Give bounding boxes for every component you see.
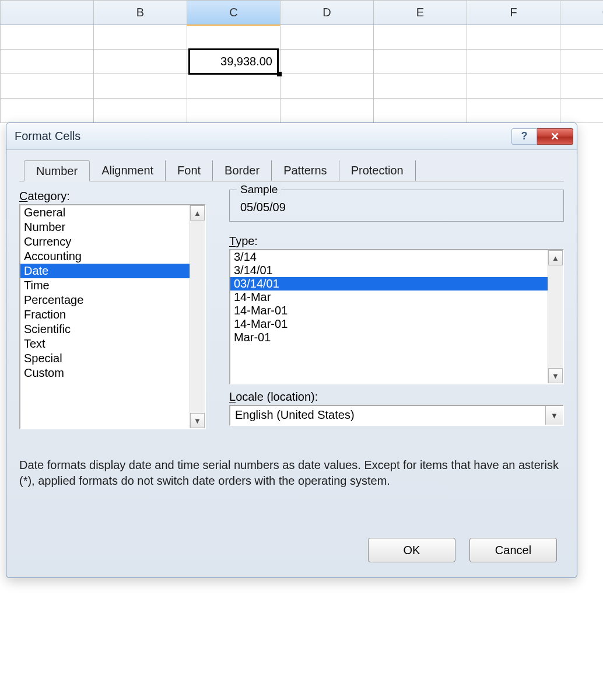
cell[interactable] <box>187 74 281 99</box>
category-item-accounting[interactable]: Accounting <box>20 249 190 264</box>
cell[interactable] <box>1 25 94 50</box>
category-item-custom[interactable]: Custom <box>20 366 190 380</box>
type-item[interactable]: Mar-01 <box>230 331 548 344</box>
locale-label: Locale (location): <box>229 390 564 404</box>
cell[interactable] <box>281 99 374 123</box>
category-item-general[interactable]: General <box>20 205 190 220</box>
type-scrollbar[interactable]: ▲ ▼ <box>548 250 563 383</box>
grid-row <box>1 25 604 50</box>
locale-combobox[interactable]: English (United States) ▼ <box>229 405 564 426</box>
tab-patterns[interactable]: Patterns <box>272 160 339 181</box>
cell[interactable] <box>281 25 374 50</box>
ok-button[interactable]: OK <box>368 538 455 562</box>
cell[interactable] <box>560 25 604 50</box>
cell[interactable] <box>560 74 604 99</box>
cell[interactable] <box>187 25 281 50</box>
grid-row: 39,938.00 <box>1 50 604 74</box>
cell[interactable] <box>467 99 560 123</box>
cell[interactable] <box>374 50 467 74</box>
format-cells-dialog: Format Cells ? ✕ Number Alignment Font B… <box>6 123 577 578</box>
cell[interactable] <box>374 25 467 50</box>
column-header[interactable]: D <box>281 1 374 25</box>
category-item-percentage[interactable]: Percentage <box>20 293 190 307</box>
dialog-title: Format Cells <box>15 130 511 143</box>
cell[interactable] <box>1 50 94 74</box>
scroll-down-icon[interactable]: ▼ <box>190 413 205 428</box>
category-item-text[interactable]: Text <box>20 337 190 351</box>
spreadsheet-grid[interactable]: B C D E F G 39,938.00 <box>0 0 603 123</box>
help-button[interactable]: ? <box>511 128 537 145</box>
cell[interactable] <box>374 74 467 99</box>
column-header[interactable]: B <box>94 1 187 25</box>
column-header[interactable]: F <box>467 1 560 25</box>
tab-protection[interactable]: Protection <box>339 160 416 181</box>
column-header-row: B C D E F G <box>1 1 604 25</box>
cell[interactable] <box>281 50 374 74</box>
cell[interactable] <box>467 25 560 50</box>
category-item-number[interactable]: Number <box>20 220 190 235</box>
locale-value: English (United States) <box>230 406 545 425</box>
active-cell[interactable]: 39,938.00 <box>187 50 281 74</box>
cancel-button[interactable]: Cancel <box>469 538 557 562</box>
cell[interactable] <box>1 99 94 123</box>
tab-border[interactable]: Border <box>213 160 272 181</box>
scroll-up-icon[interactable]: ▲ <box>548 250 563 265</box>
sample-value: 05/05/09 <box>238 201 555 214</box>
category-item-time[interactable]: Time <box>20 278 190 293</box>
cell[interactable] <box>281 74 374 99</box>
category-item-date[interactable]: Date <box>20 264 190 278</box>
type-item-selected[interactable]: 03/14/01 <box>230 277 548 290</box>
active-cell-value: 39,938.00 <box>220 55 272 68</box>
dialog-titlebar[interactable]: Format Cells ? ✕ <box>6 123 577 150</box>
chevron-down-icon[interactable]: ▼ <box>545 406 563 425</box>
category-scrollbar[interactable]: ▲ ▼ <box>190 205 205 428</box>
type-listbox[interactable]: 3/14 3/14/01 03/14/01 14-Mar 14-Mar-01 1… <box>229 249 564 384</box>
cell[interactable] <box>560 50 604 74</box>
cell[interactable] <box>467 74 560 99</box>
type-item[interactable]: 3/14/01 <box>230 264 548 277</box>
category-item-special[interactable]: Special <box>20 351 190 366</box>
grid-row <box>1 99 604 123</box>
cell[interactable] <box>94 25 187 50</box>
cell[interactable] <box>467 50 560 74</box>
cell[interactable] <box>94 74 187 99</box>
type-label: Type: <box>229 235 564 248</box>
close-button[interactable]: ✕ <box>537 128 573 145</box>
sample-group: Sample 05/05/09 <box>229 190 564 222</box>
row-header-corner[interactable] <box>1 1 94 25</box>
tab-alignment[interactable]: Alignment <box>90 160 166 181</box>
cell[interactable] <box>94 50 187 74</box>
cell[interactable] <box>560 99 604 123</box>
category-item-currency[interactable]: Currency <box>20 235 190 249</box>
grid-row <box>1 74 604 99</box>
fill-handle[interactable] <box>277 72 282 76</box>
category-item-fraction[interactable]: Fraction <box>20 307 190 322</box>
tab-number[interactable]: Number <box>24 160 90 181</box>
column-header-selected[interactable]: C <box>187 1 281 25</box>
description-text: Date formats display date and time seria… <box>19 457 564 489</box>
category-item-scientific[interactable]: Scientific <box>20 322 190 337</box>
category-label: Category: <box>19 190 206 203</box>
cell[interactable] <box>1 74 94 99</box>
scroll-up-icon[interactable]: ▲ <box>190 205 205 220</box>
type-item[interactable]: 14-Mar-01 <box>230 304 548 317</box>
type-item[interactable]: 3/14 <box>230 250 548 264</box>
cell[interactable] <box>374 99 467 123</box>
scroll-down-icon[interactable]: ▼ <box>548 368 563 383</box>
cell[interactable] <box>94 99 187 123</box>
category-listbox[interactable]: General Number Currency Accounting Date … <box>19 204 206 429</box>
cell[interactable] <box>187 99 281 123</box>
type-item[interactable]: 14-Mar-01 <box>230 317 548 331</box>
type-item[interactable]: 14-Mar <box>230 290 548 304</box>
column-header[interactable]: E <box>374 1 467 25</box>
tab-font[interactable]: Font <box>166 160 213 181</box>
sample-label: Sample <box>237 183 281 196</box>
column-header[interactable]: G <box>560 1 604 25</box>
tab-strip: Number Alignment Font Border Patterns Pr… <box>19 160 564 181</box>
